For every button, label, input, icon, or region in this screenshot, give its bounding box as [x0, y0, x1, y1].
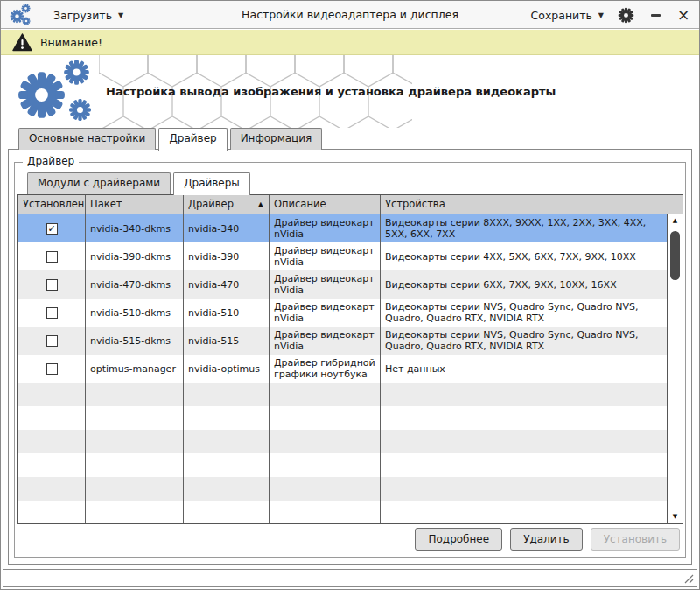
driver-cell: nvidia-340: [184, 214, 270, 242]
empty-table-row: [18, 383, 667, 406]
package-cell: nvidia-390-dkms: [86, 242, 184, 270]
main-tabbar: Основные настройки Драйвер Информация: [18, 128, 322, 151]
checkbox-checked[interactable]: ✓: [46, 223, 58, 235]
description-cell: Драйвер видеокарт nVidia: [270, 242, 381, 270]
tab-driver[interactable]: Драйвер: [158, 128, 227, 151]
tab-drivers[interactable]: Драйверы: [173, 172, 250, 195]
gears-illustration-icon: [17, 59, 97, 125]
devices-cell: Нет данных: [381, 355, 667, 383]
column-header-description[interactable]: Описание: [270, 195, 381, 214]
table-row[interactable]: nvidia-390-dkmsnvidia-390Драйвер видеока…: [18, 242, 667, 270]
app-window: Загрузить ▼ Настройки видеоадаптера и ди…: [0, 0, 700, 590]
devices-cell: Видеокарты серии 4XX, 5XX, 6XX, 7XX, 9XX…: [381, 242, 667, 270]
scroll-down-icon[interactable]: ▼: [668, 510, 682, 523]
remove-button[interactable]: Удалить: [510, 528, 583, 551]
sort-ascending-icon: ▲: [258, 195, 263, 214]
resize-grip[interactable]: [684, 574, 694, 584]
devices-cell: Видеокарты серии 8XXX, 9XXX, 1XX, 2XX, 3…: [381, 214, 667, 242]
load-menu-button[interactable]: Загрузить ▼: [53, 9, 123, 22]
tab-driver-modules[interactable]: Модули с драйверами: [27, 172, 171, 194]
column-header-devices[interactable]: Устройства: [381, 195, 682, 214]
checkbox-unchecked[interactable]: [46, 335, 58, 347]
inner-tabbar: Модули с драйверами Драйверы: [27, 172, 250, 195]
empty-table-row: [18, 406, 667, 430]
vertical-scrollbar[interactable]: ▲ ▼: [667, 214, 682, 523]
checkbox-unchecked[interactable]: [46, 279, 58, 291]
column-header-package[interactable]: Пакет: [86, 195, 184, 214]
description-cell: Драйвер видеокарт nVidia: [270, 214, 381, 242]
package-cell: nvidia-515-dkms: [86, 327, 184, 355]
driver-tab-panel: Драйвер Модули с драйверами Драйверы Уст…: [8, 149, 692, 565]
scroll-up-icon[interactable]: ▲: [668, 214, 682, 228]
header-banner: Настройка вывода изображения и установка…: [1, 55, 699, 128]
action-buttons: Подробнее Удалить Установить: [415, 528, 680, 551]
close-icon: ×: [677, 8, 690, 23]
load-menu-label: Загрузить: [53, 9, 112, 22]
table-row[interactable]: ✓nvidia-340-dkmsnvidia-340Драйвер видеок…: [18, 214, 667, 242]
description-cell: Драйвер гибридной графики ноутбука: [270, 355, 381, 383]
warning-triangle-icon: [12, 33, 32, 52]
table-row[interactable]: nvidia-515-dkmsnvidia-515Драйвер видеока…: [18, 327, 667, 355]
table-header-row: Установлен Пакет Драйвер ▲ Описание Устр…: [18, 195, 682, 214]
empty-table-row: [18, 430, 667, 453]
driver-cell: nvidia-optimus: [184, 355, 270, 383]
devices-cell: Видеокарты серии 6XX, 7XX, 9XX, 10XX, 16…: [381, 270, 667, 299]
table-row[interactable]: nvidia-470-dkmsnvidia-470Драйвер видеока…: [18, 270, 667, 299]
column-header-installed[interactable]: Установлен: [18, 195, 86, 214]
table-body: ✓nvidia-340-dkmsnvidia-340Драйвер видеок…: [18, 214, 667, 523]
driver-cell: nvidia-390: [184, 242, 270, 270]
app-gears-icon: [10, 4, 32, 27]
settings-gear-icon[interactable]: [618, 7, 634, 24]
save-menu-label: Сохранить: [531, 9, 592, 22]
description-cell: Драйвер видеокарт nVidia: [270, 327, 381, 355]
install-button[interactable]: Установить: [591, 528, 680, 551]
checkbox-unchecked[interactable]: [46, 251, 58, 263]
chevron-down-icon: ▼: [118, 11, 123, 19]
devices-cell: Видеокарты серии NVS, Quadro Sync, Quadr…: [381, 299, 667, 327]
description-cell: Драйвер видеокарт nVidia: [270, 299, 381, 327]
minimize-button[interactable]: [648, 6, 662, 24]
tab-main-settings[interactable]: Основные настройки: [18, 128, 156, 150]
checkbox-unchecked[interactable]: [46, 363, 58, 375]
save-menu-button[interactable]: Сохранить ▼: [531, 9, 604, 22]
package-cell: nvidia-510-dkms: [86, 299, 184, 327]
page-title: Настройка вывода изображения и установка…: [106, 55, 556, 128]
column-header-driver[interactable]: Драйвер ▲: [184, 195, 270, 214]
package-cell: nvidia-340-dkms: [86, 214, 184, 242]
empty-table-row: [18, 477, 667, 501]
empty-table-row: [18, 453, 667, 477]
devices-cell: Видеокарты серии NVS, Quadro Sync, Quadr…: [381, 327, 667, 355]
minimize-icon: [651, 14, 661, 17]
scrollbar-thumb[interactable]: [670, 231, 680, 280]
chevron-down-icon: ▼: [598, 11, 604, 19]
warning-bar: Внимание!: [1, 30, 699, 55]
details-button[interactable]: Подробнее: [415, 528, 502, 551]
empty-table-row: [18, 501, 667, 523]
titlebar: Загрузить ▼ Настройки видеоадаптера и ди…: [1, 1, 699, 29]
status-bar: [3, 569, 697, 587]
groupbox-label: Драйвер: [23, 155, 79, 167]
driver-cell: nvidia-470: [184, 270, 270, 299]
table-row[interactable]: nvidia-510-dkmsnvidia-510Драйвер видеока…: [18, 299, 667, 327]
package-cell: optimus-manager: [86, 355, 184, 383]
description-cell: Драйвер видеокарт nVidia: [270, 270, 381, 299]
table-row[interactable]: optimus-managernvidia-optimusДрайвер гиб…: [18, 355, 667, 383]
tab-information[interactable]: Информация: [230, 128, 323, 150]
close-button[interactable]: ×: [676, 6, 690, 24]
package-cell: nvidia-470-dkms: [86, 270, 184, 299]
driver-cell: nvidia-515: [184, 327, 270, 355]
driver-cell: nvidia-510: [184, 299, 270, 327]
checkbox-unchecked[interactable]: [46, 307, 58, 319]
driver-groupbox: Драйвер Модули с драйверами Драйверы Уст…: [14, 162, 686, 558]
drivers-table: Установлен Пакет Драйвер ▲ Описание Устр…: [18, 194, 683, 524]
warning-text: Внимание!: [40, 36, 102, 49]
